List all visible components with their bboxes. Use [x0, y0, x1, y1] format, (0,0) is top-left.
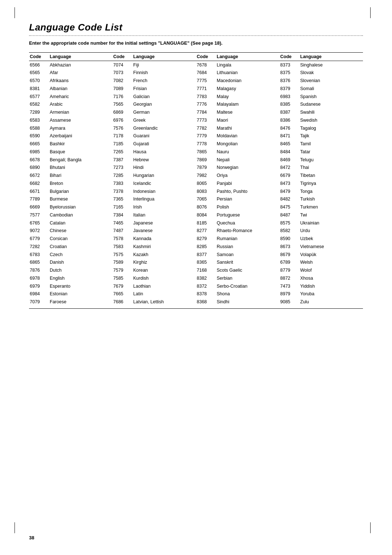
list-item: 7789Burmese [29, 195, 113, 203]
language-name: Oriya [216, 172, 279, 180]
language-subtable-2: CodeLanguage7074Fiji7073Finnish7082Frenc… [113, 52, 196, 309]
language-subtable-3: CodeLanguage7678Lingala7684Lithuanian777… [196, 52, 279, 309]
language-name: Slovenian [299, 77, 363, 85]
language-name: Serbian [216, 274, 279, 282]
list-item: 6672Bihari [29, 172, 113, 180]
language-code: 7082 [113, 77, 132, 85]
list-item: 6976Greek [113, 116, 196, 124]
language-code: 8484 [279, 148, 299, 156]
list-item: 8084Portuguese [196, 211, 279, 219]
list-item: 7168Scots Gaelic [196, 267, 279, 275]
language-code: 6984 [29, 290, 49, 298]
list-item: 6682Breton [29, 179, 113, 187]
language-name: Singhalese [299, 61, 363, 69]
language-name: Shona [216, 290, 279, 298]
list-item: 7384Italian [113, 211, 196, 219]
language-name: German [132, 109, 196, 117]
list-item: 6765Catalan [29, 219, 113, 227]
list-item: 6779Corsican [29, 235, 113, 243]
language-code: 7879 [196, 164, 216, 172]
language-code: 7273 [113, 164, 132, 172]
language-name: Cambodian [49, 211, 113, 219]
language-code: 8375 [279, 69, 299, 77]
language-code: 7168 [196, 267, 216, 275]
list-item: 7285Hungarian [113, 172, 196, 180]
language-code: 7575 [113, 251, 132, 259]
list-item: 7784Maltese [196, 109, 279, 117]
language-code: 7783 [196, 93, 216, 101]
list-item: 7576Greenlandic [113, 124, 196, 132]
list-item: 7073Finnish [113, 69, 196, 77]
list-item: 8386Swedish [279, 116, 363, 124]
language-code: 7465 [113, 219, 132, 227]
language-code: 8076 [196, 203, 216, 211]
language-name: Slovak [299, 69, 363, 77]
list-item: 8590Uzbek [279, 235, 363, 243]
language-code: 7583 [113, 243, 132, 251]
language-code: 6765 [29, 219, 49, 227]
list-item: 7579Korean [113, 267, 196, 275]
subtitle: Enter the appropriate code number for th… [29, 40, 363, 46]
language-code: 8673 [279, 243, 299, 251]
list-item: 8378Shona [196, 290, 279, 298]
list-item: 7473Yiddish [279, 282, 363, 290]
list-item: 7585Kurdish [113, 274, 196, 282]
language-name: Latin [132, 290, 196, 298]
list-item: 8779Wolof [279, 267, 363, 275]
list-item: 6890Bhutani [29, 164, 113, 172]
language-code: 8469 [279, 156, 299, 164]
list-item: 7783Malay [196, 93, 279, 101]
language-name: Gujarati [132, 140, 196, 148]
list-item: 8373Singhalese [279, 61, 363, 69]
language-name: Welsh [299, 259, 363, 267]
list-item: 8469Telugu [279, 156, 363, 164]
list-item: 7589Kirghiz [113, 259, 196, 267]
list-item: 6789Welsh [279, 259, 363, 267]
list-item: 7679Laothian [113, 282, 196, 290]
list-item: 7583Kashmiri [113, 243, 196, 251]
list-item: 7079Faroese [29, 298, 113, 307]
language-name: Xhosa [299, 274, 363, 282]
language-code: 8465 [279, 140, 299, 148]
language-code: 8487 [279, 211, 299, 219]
language-name: Turkish [299, 195, 363, 203]
language-name: Burmese [49, 195, 113, 203]
language-name: Tamil [299, 140, 363, 148]
language-name: Laothian [132, 282, 196, 290]
language-name: Zulu [299, 298, 363, 307]
list-item: 8065Panjabi [196, 179, 279, 187]
language-code: 8679 [279, 251, 299, 259]
language-code: 7679 [113, 282, 132, 290]
language-name: Malay [216, 93, 279, 101]
language-name: Esperanto [49, 282, 113, 290]
language-name: Interlingua [132, 195, 196, 203]
language-name: Hindi [132, 164, 196, 172]
language-code: 7065 [196, 195, 216, 203]
list-item: 8387Swahili [279, 109, 363, 117]
language-name: Lingala [216, 61, 279, 69]
language-code: 8185 [196, 219, 216, 227]
language-name: Hebrew [132, 156, 196, 164]
list-item: 8376Slovenian [279, 77, 363, 85]
list-item: 8482Turkish [279, 195, 363, 203]
language-code: 8575 [279, 219, 299, 227]
language-name: Faroese [49, 298, 113, 307]
list-item: 8382Serbian [196, 274, 279, 282]
language-name: Sanskrit [216, 259, 279, 267]
language-name: Georgian [132, 101, 196, 109]
list-item: 7778Mongolian [196, 140, 279, 148]
language-code: 8381 [29, 85, 49, 93]
list-item: 7082French [113, 77, 196, 85]
language-subtable-1: CodeLanguage6566Abkhazian6565Afar6570Afr… [29, 52, 113, 309]
list-item: 6582Arabic [29, 101, 113, 109]
language-code: 8083 [196, 187, 216, 195]
list-item: 7289Armenian [29, 109, 113, 117]
language-name: Breton [49, 179, 113, 187]
language-code: 7089 [113, 85, 132, 93]
list-item: 6671Bulgarian [29, 187, 113, 195]
language-code: 7789 [29, 195, 49, 203]
language-code: 8475 [279, 203, 299, 211]
language-code: 7775 [196, 77, 216, 85]
language-code: 7579 [113, 267, 132, 275]
list-item: 8285Russian [196, 243, 279, 251]
